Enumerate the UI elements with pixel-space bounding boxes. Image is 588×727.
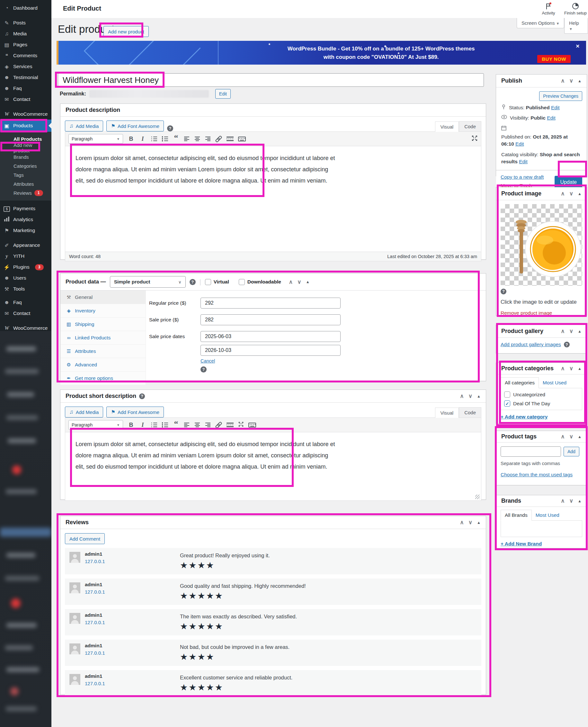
product-type-select[interactable]: Simple product∨ — [110, 276, 186, 288]
move-down-icon[interactable]: ∨ — [569, 498, 573, 504]
product-image-thumbnail[interactable] — [501, 204, 582, 286]
regular-price-input[interactable] — [201, 298, 341, 309]
tab-get-more-options[interactable]: ✒Get more options — [60, 372, 146, 385]
move-up-icon[interactable]: ∧ — [460, 393, 464, 399]
move-up-icon[interactable]: ∧ — [561, 78, 565, 84]
sidebar-item-woocommerce[interactable]: WWooCommerce — [0, 109, 51, 120]
permalink-edit-button[interactable]: Edit — [215, 89, 231, 99]
help-icon[interactable] — [167, 125, 173, 131]
sidebar-item-payments[interactable]: $Payments — [0, 203, 51, 214]
align-center-icon[interactable] — [194, 422, 200, 428]
italic-button[interactable]: I — [139, 422, 146, 429]
review-ip-link[interactable]: 127.0.0.1 — [85, 620, 105, 625]
insert-link-icon[interactable] — [215, 136, 222, 142]
move-up-icon[interactable]: ∧ — [561, 328, 565, 335]
help-icon[interactable] — [201, 367, 207, 373]
collapse-icon[interactable]: ▲ — [477, 520, 481, 525]
read-more-tag-icon[interactable] — [227, 422, 234, 428]
visual-tab[interactable]: Visual — [435, 122, 459, 132]
uncategorized-checkbox[interactable] — [504, 392, 510, 398]
visual-tab[interactable]: Visual — [435, 408, 459, 418]
align-right-icon[interactable] — [205, 422, 210, 428]
update-button[interactable]: Update — [554, 176, 582, 189]
tab-inventory[interactable]: ◈Inventory — [60, 304, 146, 317]
virtual-checkbox[interactable] — [205, 279, 211, 285]
sidebar-item-media[interactable]: ♫Media — [0, 28, 51, 39]
review-ip-link[interactable]: 127.0.0.1 — [85, 650, 105, 656]
numbered-list-icon[interactable] — [162, 422, 168, 428]
sidebar-item-plugins[interactable]: ⚡Plugins3 — [0, 262, 51, 273]
align-center-icon[interactable] — [194, 136, 200, 142]
add-tag-button[interactable]: Add — [564, 447, 579, 456]
most-used-tab[interactable]: Most Used — [539, 378, 570, 388]
description-content-area[interactable]: Lorem ipsum dolor sit amet, consectetur … — [65, 146, 481, 252]
add-font-awesome-button[interactable]: ⚑Add Font Awesome — [106, 407, 164, 417]
buy-now-button[interactable]: BUY NOW — [537, 55, 571, 63]
fullscreen-icon[interactable] — [238, 421, 244, 429]
move-down-icon[interactable]: ∨ — [569, 78, 573, 84]
collapse-icon[interactable]: ▲ — [578, 367, 582, 371]
move-down-icon[interactable]: ∨ — [569, 328, 573, 335]
help-icon[interactable] — [139, 393, 145, 399]
sidebar-item-tools[interactable]: ⚒Tools — [0, 284, 51, 294]
submenu-add-new-product[interactable]: Add new product — [0, 143, 51, 152]
edit-published-link[interactable]: Edit — [516, 141, 524, 147]
paragraph-select[interactable]: Paragraph▼ — [68, 134, 123, 144]
sidebar-item-yith[interactable]: yYITH — [0, 251, 51, 262]
sidebar-item-users[interactable]: ☻Users — [0, 273, 51, 284]
edit-status-link[interactable]: Edit — [551, 105, 560, 110]
sidebar-item-products[interactable]: ▣Products — [0, 120, 51, 132]
tab-advanced[interactable]: ⚙Advanced — [60, 358, 146, 372]
collapse-icon[interactable]: ▲ — [306, 279, 310, 284]
sidebar-item-marketing[interactable]: ⚑Marketing — [0, 225, 51, 236]
keyboard-shortcuts-icon[interactable] — [248, 423, 256, 428]
move-down-icon[interactable]: ∨ — [569, 433, 573, 440]
sale-date-from-input[interactable] — [201, 331, 341, 342]
collapse-icon[interactable]: ▲ — [477, 394, 481, 398]
move-down-icon[interactable]: ∨ — [569, 365, 573, 372]
tab-general[interactable]: ⚒General — [60, 291, 146, 304]
all-brands-tab[interactable]: All Brands — [501, 510, 532, 521]
submenu-attributes[interactable]: Attributes — [0, 179, 51, 188]
sidebar-item-testimonial[interactable]: ☻Testimonial — [0, 72, 51, 83]
submenu-categories[interactable]: Categories — [0, 161, 51, 170]
numbered-list-icon[interactable] — [162, 136, 168, 142]
bullet-list-icon[interactable] — [151, 136, 157, 142]
submenu-tags[interactable]: Tags — [0, 170, 51, 179]
blockquote-icon[interactable]: “ — [172, 136, 180, 141]
sidebar-item-services[interactable]: ◈Services — [0, 61, 51, 72]
collapse-icon[interactable]: ▲ — [578, 79, 582, 83]
bold-button[interactable]: B — [128, 136, 134, 142]
sidebar-item-dashboard[interactable]: ◔Dashboard — [0, 3, 51, 14]
move-down-icon[interactable]: ∨ — [468, 393, 472, 399]
copy-to-new-draft-link[interactable]: Copy to a new draft — [501, 174, 544, 180]
all-categories-tab[interactable]: All categories — [501, 377, 539, 388]
review-ip-link[interactable]: 127.0.0.1 — [85, 559, 105, 564]
add-comment-button[interactable]: Add Comment — [65, 533, 105, 544]
sidebar-item-contact-2[interactable]: ✉Contact — [0, 308, 51, 319]
tab-attributes[interactable]: ☰Attributes — [60, 345, 146, 358]
deal-of-the-day-checkbox[interactable] — [504, 400, 510, 407]
blockquote-icon[interactable]: “ — [172, 422, 180, 428]
sidebar-item-pages[interactable]: ▤Pages — [0, 39, 51, 50]
sidebar-item-appearance[interactable]: ✐Appearance — [0, 240, 51, 251]
cancel-sale-dates-link[interactable]: Cancel — [201, 358, 215, 364]
italic-button[interactable]: I — [139, 136, 146, 142]
move-down-icon[interactable]: ∨ — [569, 190, 573, 197]
collapse-icon[interactable]: ▲ — [578, 329, 582, 334]
move-up-icon[interactable]: ∧ — [561, 190, 565, 197]
sale-price-input[interactable] — [201, 314, 341, 325]
help-icon[interactable] — [564, 341, 570, 348]
edit-visibility-link[interactable]: Edit — [547, 115, 555, 121]
help-icon[interactable] — [190, 279, 196, 285]
collapse-icon[interactable]: ▲ — [578, 191, 582, 196]
help-tab[interactable]: Help ▼ — [564, 18, 588, 34]
add-new-brand-link[interactable]: + Add New Brand — [501, 541, 542, 546]
most-used-tab[interactable]: Most Used — [532, 510, 563, 520]
move-up-icon[interactable]: ∧ — [561, 433, 565, 440]
fullscreen-icon[interactable] — [471, 135, 478, 143]
remove-product-image-link[interactable]: Remove product image — [501, 310, 552, 316]
sidebar-item-posts[interactable]: ✎Posts — [0, 17, 51, 28]
align-left-icon[interactable] — [184, 136, 190, 142]
align-right-icon[interactable] — [205, 136, 210, 142]
